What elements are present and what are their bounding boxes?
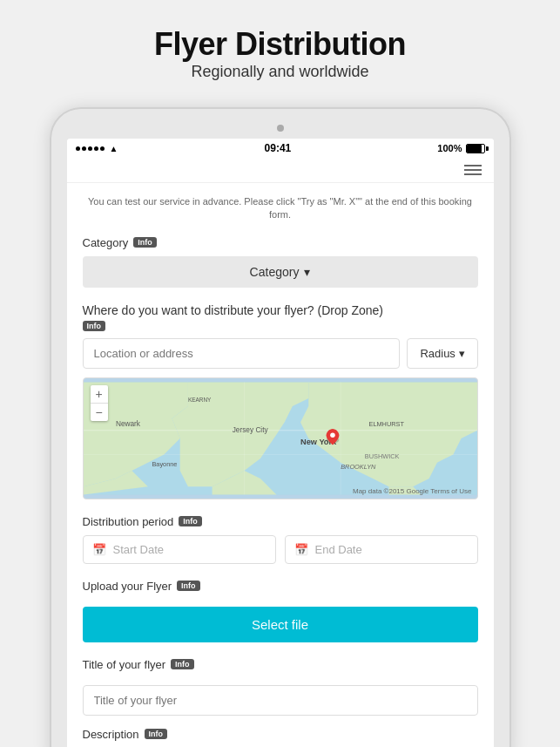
status-bar: ▲ 09:41 100% [67, 139, 494, 158]
end-calendar-icon: 📅 [294, 543, 308, 556]
signal-dot-3 [88, 146, 92, 151]
nav-bar [67, 158, 494, 183]
category-dropdown-label: Category [250, 265, 300, 279]
flyer-title-section-label: Title of your flyer Info [83, 658, 478, 671]
location-row: Radius ▾ [83, 338, 478, 369]
upload-label-text: Upload your Flyer [83, 580, 172, 593]
dropzone-label-text: Where do you want to distribute your fly… [83, 303, 384, 317]
description-info-badge: Info [145, 729, 168, 739]
signal-dot-5 [100, 146, 105, 151]
radius-label: Radius [420, 347, 455, 360]
map-zoom-controls: + − [91, 385, 108, 421]
svg-text:Jersey City: Jersey City [232, 424, 268, 433]
battery-percent: 100% [437, 143, 462, 153]
status-time: 09:41 [265, 142, 292, 154]
flyer-title-info-badge: Info [171, 659, 194, 669]
page-title: Flyer Distribution [50, 26, 511, 63]
signal-dot-4 [94, 146, 98, 151]
page-header: Flyer Distribution Regionally and worldw… [50, 26, 511, 81]
end-date-placeholder: End Date [315, 543, 362, 556]
ios-screen: ▲ 09:41 100% [67, 139, 494, 747]
end-date-wrapper[interactable]: 📅 End Date [285, 535, 478, 564]
map-container[interactable]: Newark Jersey City New York ELMHURST BUS… [83, 377, 478, 499]
category-label-text: Category [83, 236, 129, 249]
svg-text:Bayonne: Bayonne [152, 460, 177, 468]
page-subtitle: Regionally and worldwide [50, 63, 511, 81]
category-info-badge: Info [133, 237, 157, 248]
svg-text:KEARNY: KEARNY [187, 397, 211, 403]
zoom-in-button[interactable]: + [91, 385, 108, 403]
battery-icon [466, 144, 485, 153]
signal-dot-2 [82, 146, 86, 151]
battery-fill [467, 145, 482, 153]
dropzone-section-label: Where do you want to distribute your fly… [83, 303, 478, 317]
hamburger-line-1 [464, 165, 482, 166]
svg-text:BUSHWICK: BUSHWICK [364, 452, 399, 460]
flyer-title-input[interactable] [83, 685, 478, 716]
tablet-frame: ▲ 09:41 100% [50, 107, 511, 747]
battery-area: 100% [437, 143, 484, 153]
distribution-info-badge: Info [179, 516, 202, 526]
hamburger-line-3 [464, 173, 482, 175]
map-attribution: Map data ©2015 Google Terms of Use [353, 487, 472, 495]
svg-text:ELMHURST: ELMHURST [368, 420, 404, 428]
period-row: 📅 Start Date 📅 End Date [83, 535, 478, 564]
wifi-icon: ▲ [110, 144, 118, 153]
menu-button[interactable] [464, 165, 482, 175]
category-dropdown-arrow: ▾ [304, 265, 310, 279]
tablet-camera [277, 125, 284, 132]
description-label-text: Description [83, 728, 139, 741]
hamburger-line-2 [464, 169, 482, 171]
select-file-button[interactable]: Select file [83, 607, 478, 642]
dropzone-info-row: Info [83, 321, 478, 331]
category-dropdown[interactable]: Category ▾ [83, 256, 478, 288]
svg-point-14 [330, 432, 335, 438]
page-wrapper: Flyer Distribution Regionally and worldw… [50, 26, 511, 747]
start-date-wrapper[interactable]: 📅 Start Date [83, 535, 276, 564]
map-svg: Newark Jersey City New York ELMHURST BUS… [84, 378, 477, 499]
radius-button[interactable]: Radius ▾ [407, 338, 477, 369]
radius-arrow: ▾ [459, 347, 465, 360]
svg-text:BROOKLYN: BROOKLYN [341, 463, 376, 471]
upload-info-badge: Info [177, 581, 200, 591]
start-calendar-icon: 📅 [92, 543, 106, 556]
location-input[interactable] [83, 338, 401, 369]
zoom-out-button[interactable]: − [91, 404, 108, 421]
dropzone-info-badge: Info [83, 321, 106, 331]
category-section-label: Category Info [83, 236, 478, 249]
signal-area: ▲ [76, 144, 118, 153]
main-content: You can test our service in advance. Ple… [67, 183, 494, 747]
start-date-placeholder: Start Date [113, 543, 165, 556]
distribution-section-label: Distribution period Info [83, 515, 478, 528]
distribution-label-text: Distribution period [83, 515, 174, 528]
info-message: You can test our service in advance. Ple… [83, 195, 478, 222]
svg-text:Newark: Newark [115, 419, 140, 428]
description-section-label: Description Info [83, 728, 478, 741]
flyer-title-label-text: Title of your flyer [83, 658, 166, 671]
upload-section-label: Upload your Flyer Info [83, 580, 478, 593]
signal-dots [76, 146, 105, 151]
signal-dot-1 [76, 146, 80, 151]
